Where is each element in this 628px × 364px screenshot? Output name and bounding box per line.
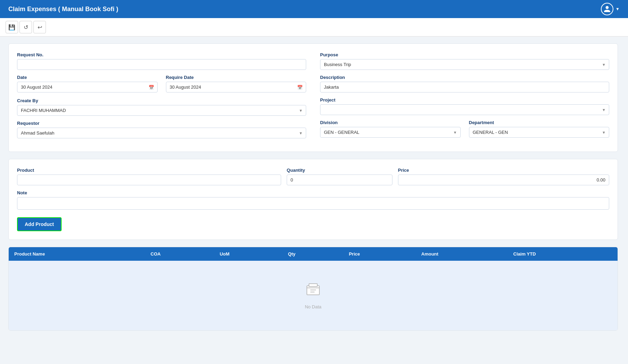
require-date-input[interactable]: [166, 82, 307, 92]
col-qty: Qty: [283, 247, 343, 261]
description-label: Description: [320, 75, 609, 80]
price-group: Price: [398, 168, 609, 185]
price-input[interactable]: [398, 175, 609, 185]
user-menu[interactable]: ▼: [601, 3, 620, 15]
create-by-select[interactable]: FACHRI MUHAMMAD: [17, 105, 306, 116]
col-coa: COA: [145, 247, 214, 261]
col-price: Price: [343, 247, 416, 261]
form-layout: Request No. Date 📅 Require Date: [17, 52, 609, 143]
product-input[interactable]: [17, 175, 281, 185]
requestor-label: Requestor: [17, 121, 306, 126]
quantity-label: Quantity: [287, 168, 392, 173]
col-amount: Amount: [416, 247, 508, 261]
date-row: Date 📅 Require Date 📅: [17, 75, 306, 92]
department-label: Department: [469, 120, 610, 125]
division-label: Division: [320, 120, 461, 125]
date-label: Date: [17, 75, 158, 80]
require-date-group: Require Date 📅: [166, 75, 307, 92]
product-label: Product: [17, 168, 281, 173]
form-right: Purpose Business Trip Personal Other ▼ D…: [320, 52, 609, 143]
date-input-wrapper: 📅: [17, 82, 158, 92]
no-data-row: No Data: [9, 261, 618, 330]
division-group: Division GEN - GENERAL ▼: [320, 120, 461, 138]
require-date-label: Require Date: [166, 75, 307, 80]
div-dept-row: Division GEN - GENERAL ▼ Department: [320, 120, 609, 138]
request-no-input[interactable]: [17, 59, 306, 70]
require-date-input-wrapper: 📅: [166, 82, 307, 92]
purpose-label: Purpose: [320, 52, 609, 57]
create-by-label: Create By: [17, 98, 306, 103]
division-select[interactable]: GEN - GENERAL: [320, 127, 461, 138]
description-group: Description: [320, 75, 609, 92]
date-input[interactable]: [17, 82, 158, 92]
form-left: Request No. Date 📅 Require Date: [17, 52, 306, 143]
request-no-group: Request No.: [17, 52, 306, 70]
add-product-button[interactable]: Add Product: [17, 217, 62, 231]
page-title: Claim Expenses ( Manual Book Sofi ): [8, 6, 118, 13]
note-label: Note: [17, 190, 609, 195]
col-uom: UoM: [214, 247, 282, 261]
no-data-icon: [16, 282, 611, 301]
date-group: Date 📅: [17, 75, 158, 92]
no-data-cell: No Data: [9, 261, 618, 330]
purpose-group: Purpose Business Trip Personal Other ▼: [320, 52, 609, 70]
product-table-container: Product Name COA UoM Qty Price Amount Cl…: [8, 247, 618, 331]
require-date-calendar-icon: 📅: [297, 84, 303, 90]
requestor-select-wrapper: Ahmad Saefulah ▼: [17, 128, 306, 138]
division-select-wrapper: GEN - GENERAL ▼: [320, 127, 461, 138]
app-header: Claim Expenses ( Manual Book Sofi ) ▼: [0, 0, 628, 18]
product-group: Product: [17, 168, 281, 185]
project-select[interactable]: [320, 104, 609, 115]
table-header: Product Name COA UoM Qty Price Amount Cl…: [9, 247, 618, 261]
refresh-button[interactable]: ↺: [19, 21, 32, 33]
note-group: Note: [17, 190, 609, 210]
department-select-wrapper: GENERAL - GEN ▼: [469, 127, 610, 138]
form-card: Request No. Date 📅 Require Date: [8, 43, 618, 152]
department-select[interactable]: GENERAL - GEN: [469, 127, 610, 138]
create-by-select-wrapper: FACHRI MUHAMMAD ▼: [17, 105, 306, 116]
note-input[interactable]: [17, 197, 609, 210]
project-select-wrapper: ▼: [320, 104, 609, 115]
product-table: Product Name COA UoM Qty Price Amount Cl…: [9, 247, 618, 330]
back-button[interactable]: ↩: [33, 21, 46, 33]
quantity-input[interactable]: [287, 175, 392, 185]
request-no-label: Request No.: [17, 52, 306, 57]
purpose-select-wrapper: Business Trip Personal Other ▼: [320, 59, 609, 70]
requestor-group: Requestor Ahmad Saefulah ▼: [17, 121, 306, 138]
quantity-group: Quantity: [287, 168, 392, 185]
department-group: Department GENERAL - GEN ▼: [469, 120, 610, 138]
product-form-row: Product Quantity Price: [17, 168, 609, 185]
col-product-name: Product Name: [9, 247, 145, 261]
product-card: Product Quantity Price Note Add Product: [8, 159, 618, 240]
price-label: Price: [398, 168, 609, 173]
description-input[interactable]: [320, 82, 609, 92]
requestor-select[interactable]: Ahmad Saefulah: [17, 128, 306, 138]
calendar-icon: 📅: [149, 84, 154, 90]
save-button[interactable]: 💾: [6, 21, 18, 33]
main-content: Request No. Date 📅 Require Date: [0, 37, 626, 345]
purpose-select[interactable]: Business Trip Personal Other: [320, 59, 609, 70]
user-dropdown-arrow: ▼: [615, 7, 620, 11]
no-data-text: No Data: [16, 304, 611, 309]
create-by-group: Create By FACHRI MUHAMMAD ▼: [17, 98, 306, 116]
user-avatar: [601, 3, 613, 15]
col-claim-ytd: Claim YTD: [508, 247, 618, 261]
toolbar: 💾 ↺ ↩: [0, 18, 628, 37]
svg-rect-1: [309, 284, 317, 286]
table-body: No Data: [9, 261, 618, 330]
project-label: Project: [320, 97, 609, 103]
project-group: Project ▼: [320, 97, 609, 115]
